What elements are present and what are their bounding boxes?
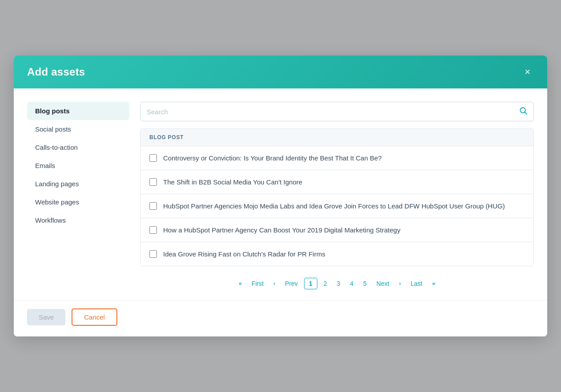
row-label-1: Controversy or Conviction: Is Your Brand… xyxy=(163,153,382,163)
sidebar-item-blog-posts[interactable]: Blog posts xyxy=(27,102,129,120)
row-label-2: The Shift in B2B Social Media You Can't … xyxy=(163,177,302,187)
modal-body: Blog posts Social posts Calls-to-action … xyxy=(14,88,547,300)
add-assets-modal: Add assets × Blog posts Social posts Cal… xyxy=(14,56,547,336)
row-checkbox-3[interactable] xyxy=(149,202,157,210)
modal-header: Add assets × xyxy=(14,56,547,88)
modal-overlay: Add assets × Blog posts Social posts Cal… xyxy=(0,0,561,392)
main-content: BLOG POST Controversy or Conviction: Is … xyxy=(140,102,534,291)
row-checkbox-5[interactable] xyxy=(149,250,157,258)
pagination: « First ‹ Prev 1 2 3 4 5 Next › Last » xyxy=(140,273,534,291)
row-label-5: Idea Grove Rising Fast on Clutch's Radar… xyxy=(163,249,325,259)
sidebar-item-landing-pages[interactable]: Landing pages xyxy=(27,175,129,193)
table-row[interactable]: Idea Grove Rising Fast on Clutch's Radar… xyxy=(140,242,533,266)
row-label-4: How a HubSpot Partner Agency Can Boost Y… xyxy=(163,225,401,235)
svg-line-1 xyxy=(525,112,527,114)
sidebar-item-emails[interactable]: Emails xyxy=(27,156,129,175)
search-input[interactable] xyxy=(147,108,519,116)
row-label-3: HubSpot Partner Agencies Mojo Media Labs… xyxy=(163,201,505,211)
sidebar-item-workflows[interactable]: Workflows xyxy=(27,211,129,229)
page-1-button[interactable]: 1 xyxy=(304,278,317,289)
sidebar-item-social-posts[interactable]: Social posts xyxy=(27,120,129,138)
modal-footer: Save Cancel xyxy=(14,300,547,336)
table-column-header: BLOG POST xyxy=(140,129,533,146)
blog-posts-table: BLOG POST Controversy or Conviction: Is … xyxy=(140,128,534,266)
table-row[interactable]: HubSpot Partner Agencies Mojo Media Labs… xyxy=(140,194,533,218)
page-3-button[interactable]: 3 xyxy=(333,278,344,289)
sidebar-item-website-pages[interactable]: Website pages xyxy=(27,193,129,211)
row-checkbox-1[interactable] xyxy=(149,154,157,162)
next-page-label-button[interactable]: Next xyxy=(373,278,393,289)
search-icon[interactable] xyxy=(519,107,527,117)
table-row[interactable]: Controversy or Conviction: Is Your Brand… xyxy=(140,146,533,170)
table-row[interactable]: The Shift in B2B Social Media You Can't … xyxy=(140,170,533,194)
search-bar xyxy=(140,102,534,121)
row-checkbox-4[interactable] xyxy=(149,226,157,234)
next-page-arrow[interactable]: › xyxy=(396,278,405,289)
save-button[interactable]: Save xyxy=(27,309,65,325)
modal-title: Add assets xyxy=(27,66,85,78)
close-button[interactable]: × xyxy=(521,65,534,79)
first-page-label-button[interactable]: First xyxy=(248,278,267,289)
page-5-button[interactable]: 5 xyxy=(360,278,370,289)
row-checkbox-2[interactable] xyxy=(149,178,157,186)
last-page-label-button[interactable]: Last xyxy=(407,278,426,289)
last-page-button[interactable]: » xyxy=(429,278,439,289)
page-4-button[interactable]: 4 xyxy=(346,278,357,289)
prev-page-label-button[interactable]: Prev xyxy=(281,278,301,289)
first-page-button[interactable]: « xyxy=(235,278,245,289)
sidebar-item-calls-to-action[interactable]: Calls-to-action xyxy=(27,138,129,156)
table-row[interactable]: How a HubSpot Partner Agency Can Boost Y… xyxy=(140,218,533,242)
page-2-button[interactable]: 2 xyxy=(320,278,331,289)
sidebar: Blog posts Social posts Calls-to-action … xyxy=(27,102,129,291)
prev-page-arrow[interactable]: ‹ xyxy=(270,278,279,289)
cancel-button[interactable]: Cancel xyxy=(72,308,117,326)
